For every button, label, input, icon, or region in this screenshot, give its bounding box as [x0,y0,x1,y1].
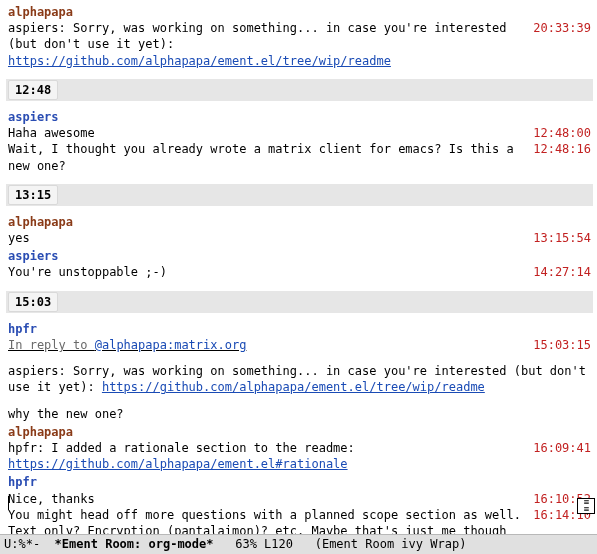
message-body[interactable]: Nice, thanks [8,491,529,507]
message-body[interactable]: Wait, I thought you already wrote a matr… [8,141,529,173]
time-separator-label: 15:03 [8,292,58,312]
reply-prefix: In reply to [8,338,95,352]
message: alphapapa aspiers: Sorry, was working on… [8,4,591,69]
timestamp: 12:48:16 [529,141,591,157]
sender-aspiers: aspiers [8,109,591,125]
timestamp: 12:48:00 [529,125,591,141]
timestamp: 13:15:54 [529,230,591,246]
sender-alphapapa: alphapapa [8,424,591,440]
buffer-name: *Ement Room: org-mode* [55,537,214,551]
sender-hpfr: hpfr [8,474,591,490]
quoted-body: aspiers: Sorry, was working on something… [8,363,591,395]
sender-alphapapa: alphapapa [8,4,591,20]
time-separator: 12:48 [6,79,593,101]
text-cursor [8,496,9,510]
mode-line[interactable]: U:%*- *Ement Room: org-mode* 63% L120 (E… [0,534,597,554]
modeline-flags: U:%*- [4,537,55,551]
message: alphapapa hpfr: I added a rationale sect… [8,424,591,473]
message-body[interactable]: yes [8,230,529,246]
reply-reference[interactable]: In reply to @alphapapa:matrix.org [8,337,529,353]
link-wip-readme[interactable]: https://github.com/alphapapa/ement.el/tr… [102,380,485,394]
link-rationale[interactable]: https://github.com/alphapapa/ement.el#ra… [8,457,348,471]
message-body[interactable]: aspiers: Sorry, was working on something… [8,20,529,69]
message-body[interactable]: why the new one? [8,406,591,422]
message-body[interactable]: You're unstoppable ;-) [8,264,529,280]
timestamp: 14:27:14 [529,264,591,280]
link-wip-readme[interactable]: https://github.com/alphapapa/ement.el/tr… [8,54,391,68]
message: hpfr In reply to @alphapapa:matrix.org 1… [8,321,591,422]
timestamp: 20:33:39 [529,20,591,36]
message-body[interactable]: You might head off more questions with a… [8,507,529,534]
time-separator: 13:15 [6,184,593,206]
time-separator-label: 13:15 [8,185,58,205]
sender-aspiers: aspiers [8,248,591,264]
message-list: alphapapa aspiers: Sorry, was working on… [0,2,597,534]
reply-target[interactable]: @alphapapa:matrix.org [95,338,247,352]
timestamp: 15:03:15 [529,337,591,353]
sender-alphapapa: alphapapa [8,214,591,230]
message: aspiers Haha awesome 12:48:00 Wait, I th… [8,109,591,174]
message: hpfr Nice, thanks 16:10:52 You might hea… [8,474,591,534]
sender-hpfr: hpfr [8,321,591,337]
message-text: aspiers: Sorry, was working on something… [8,21,514,51]
message-body[interactable]: Haha awesome [8,125,529,141]
message-text: hpfr: I added a rationale section to the… [8,441,362,455]
message-body[interactable]: hpfr: I added a rationale section to the… [8,440,529,472]
message: alphapapa yes 13:15:54 [8,214,591,246]
timestamp: 16:09:41 [529,440,591,456]
time-separator-label: 12:48 [8,80,58,100]
modeline-info: 63% L120 (Ement Room ivy Wrap) [214,537,467,551]
fringe-indicator-icon [577,498,595,514]
message: aspiers You're unstoppable ;-) 14:27:14 [8,248,591,280]
time-separator: 15:03 [6,291,593,313]
